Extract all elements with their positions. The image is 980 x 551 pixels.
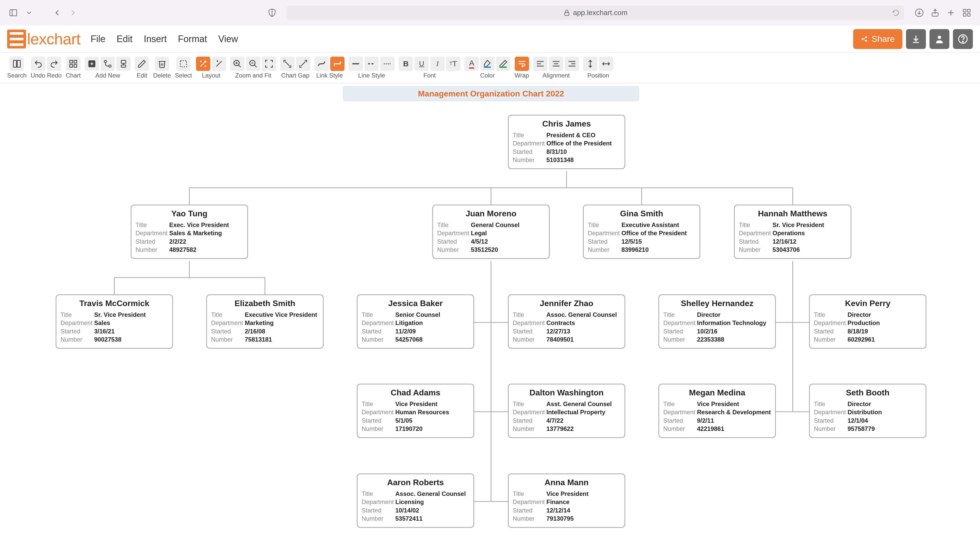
org-node[interactable]: Jennifer ZhaoTitleAssoc. General Counsel… <box>508 294 625 349</box>
gaph-button[interactable] <box>280 57 294 71</box>
field-value: Marketing <box>245 319 274 327</box>
svg-point-33 <box>104 60 107 62</box>
org-node[interactable]: Anna MannTitleVice PresidentDepartmentFi… <box>508 473 625 528</box>
menu-edit[interactable]: Edit <box>117 34 132 44</box>
field-label: Title <box>60 311 94 319</box>
trash-button[interactable] <box>155 57 169 71</box>
field-value: General Counsel <box>471 221 520 229</box>
org-node[interactable]: Chad AdamsTitleVice PresidentDepartmentH… <box>357 384 474 438</box>
node-name: Shelley Hernandez <box>663 299 771 308</box>
org-node[interactable]: Hannah MatthewsTitleSr. Vice PresidentDe… <box>734 205 851 259</box>
org-node[interactable]: Travis McCormickTitleSr. Vice PresidentD… <box>56 294 173 349</box>
link2-button[interactable] <box>330 57 345 71</box>
fillcolor-button[interactable] <box>480 57 495 71</box>
field-value: Operations <box>773 229 805 237</box>
field-value: 90027538 <box>94 335 121 344</box>
url-bar[interactable]: app.lexchart.com <box>287 6 904 20</box>
svg-rect-29 <box>74 65 77 67</box>
canvas[interactable]: Management Organization Chart 2022 Chris… <box>0 83 980 551</box>
posh-button[interactable] <box>599 57 613 71</box>
org-node[interactable]: Elizabeth SmithTitleExecutive Vice Presi… <box>206 294 324 349</box>
logo-mark-icon <box>7 30 26 48</box>
redo-button[interactable] <box>47 57 61 71</box>
size-button[interactable]: TT <box>446 57 460 71</box>
org-node[interactable]: Juan MorenoTitleGeneral CounselDepartmen… <box>432 205 550 259</box>
share-icon[interactable] <box>929 7 941 18</box>
node-name: Juan Moreno <box>437 209 545 218</box>
plus-button[interactable] <box>85 57 99 71</box>
wand2-button[interactable] <box>212 57 226 71</box>
account-button[interactable] <box>929 29 950 49</box>
org-node[interactable]: Kevin PerryTitleDirectorDepartmentProduc… <box>809 294 926 349</box>
node-button[interactable] <box>116 57 130 71</box>
bold-button[interactable]: B <box>399 57 413 71</box>
org-node[interactable]: Jessica BakerTitleSenior CounselDepartme… <box>357 294 474 349</box>
wrap-button[interactable] <box>515 57 529 71</box>
org-node[interactable]: Aaron RobertsTitleAssoc. General Counsel… <box>357 473 474 528</box>
field-value: 5/1/05 <box>395 416 412 425</box>
undo-button[interactable] <box>31 57 45 71</box>
toolbar-group: BUITTFont <box>399 57 460 79</box>
solid-button[interactable] <box>348 57 363 71</box>
italic-button[interactable]: I <box>430 57 445 71</box>
left-button[interactable] <box>533 57 547 71</box>
toolbar-group-label: Select <box>175 72 192 79</box>
field-label: Title <box>588 221 621 229</box>
help-button[interactable] <box>953 29 973 49</box>
menu-insert[interactable]: Insert <box>144 34 167 44</box>
field-value: 75813181 <box>245 335 272 344</box>
menu-format[interactable]: Format <box>178 34 207 44</box>
tab-overview-icon[interactable] <box>961 7 972 18</box>
org-node[interactable]: Seth BoothTitleDirectorDepartmentDistrib… <box>809 384 926 438</box>
textcolor-button[interactable]: A <box>465 57 479 71</box>
zoomout-button[interactable] <box>246 57 260 71</box>
field-label: Started <box>513 416 546 425</box>
sidebar-toggle-icon[interactable] <box>8 7 19 18</box>
branch-button[interactable] <box>100 57 115 71</box>
search-button[interactable] <box>10 57 24 71</box>
field-label: Started <box>513 507 546 514</box>
org-node[interactable]: Gina SmithTitleExecutive AssistantDepart… <box>583 205 700 259</box>
underline-button[interactable]: U <box>414 57 429 71</box>
org-node[interactable]: Chris JamesTitlePresident & CEODepartmen… <box>508 115 625 169</box>
select-button[interactable] <box>177 57 191 71</box>
grid-button[interactable] <box>66 57 80 71</box>
zoomin-button[interactable] <box>230 57 245 71</box>
menu-view[interactable]: View <box>218 34 238 44</box>
center-button[interactable] <box>549 57 563 71</box>
refresh-icon[interactable] <box>892 9 899 16</box>
field-label: Started <box>814 416 848 425</box>
right-button[interactable] <box>565 57 579 71</box>
shield-icon[interactable] <box>266 7 278 18</box>
link1-button[interactable] <box>314 57 329 71</box>
menu-file[interactable]: File <box>91 34 105 44</box>
field-value: Office of the President <box>546 139 612 148</box>
chevron-down-icon[interactable] <box>24 7 35 18</box>
org-node[interactable]: Yao TungTitleExec. Vice PresidentDepartm… <box>130 205 248 259</box>
logo[interactable]: lexchart <box>7 30 80 48</box>
field-label: Number <box>513 156 546 164</box>
new-tab-icon[interactable] <box>945 7 956 18</box>
pencil-button[interactable] <box>135 57 149 71</box>
back-icon[interactable] <box>52 7 63 18</box>
org-node[interactable]: Dalton WashingtonTitleAsst. General Coun… <box>508 384 625 438</box>
logo-text: lexchart <box>27 30 80 48</box>
org-node[interactable]: Shelley HernandezTitleDirectorDepartment… <box>659 294 776 349</box>
linecolor-button[interactable] <box>496 57 511 71</box>
wand-button[interactable] <box>196 57 210 71</box>
fit-button[interactable] <box>262 57 276 71</box>
dot-button[interactable] <box>380 57 395 71</box>
dash-button[interactable] <box>364 57 379 71</box>
field-value: Senior Counsel <box>395 311 440 319</box>
chart-title[interactable]: Management Organization Chart 2022 <box>343 86 639 101</box>
download-icon[interactable] <box>914 7 925 18</box>
download-button[interactable] <box>906 29 926 49</box>
gapv-button[interactable] <box>296 57 310 71</box>
posv-button[interactable] <box>583 57 597 71</box>
org-node[interactable]: Megan MedinaTitleVice PresidentDepartmen… <box>659 384 776 438</box>
share-button[interactable]: Share <box>853 29 902 49</box>
field-label: Title <box>513 490 546 498</box>
field-label: Started <box>135 238 169 246</box>
field-value: 53512520 <box>471 246 498 254</box>
field-label: Started <box>211 327 245 335</box>
